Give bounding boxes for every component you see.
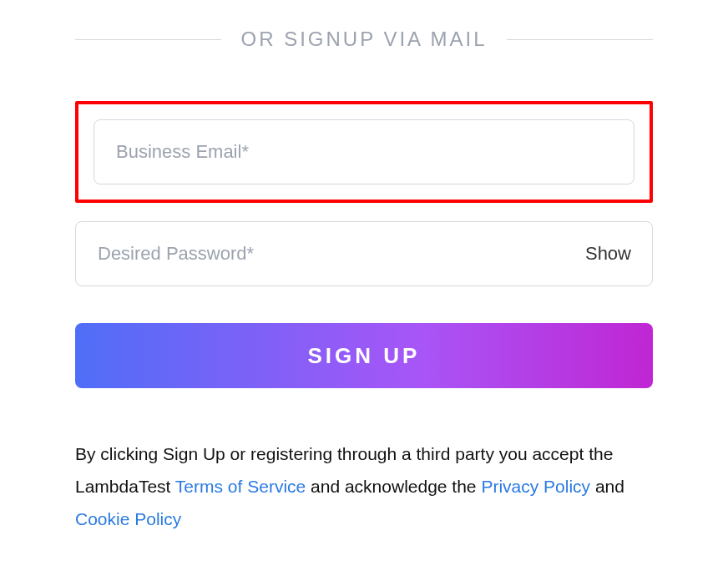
terms-of-service-link[interactable]: Terms of Service [175, 477, 306, 496]
divider-line-right [507, 39, 653, 40]
legal-text: By clicking Sign Up or registering throu… [75, 438, 653, 536]
divider-row: OR SIGNUP VIA MAIL [75, 28, 653, 51]
privacy-policy-link[interactable]: Privacy Policy [481, 477, 590, 496]
email-field-highlight [75, 101, 653, 203]
email-input[interactable] [94, 119, 634, 184]
legal-mid: and acknowledge the [306, 477, 481, 496]
cookie-policy-link[interactable]: Cookie Policy [75, 509, 181, 528]
password-field-wrapper: Show [75, 221, 653, 286]
legal-and: and [590, 477, 624, 496]
password-input[interactable] [75, 221, 653, 286]
email-field-wrapper [94, 119, 634, 184]
signup-button[interactable]: SIGN UP [75, 323, 653, 388]
password-show-toggle[interactable]: Show [585, 243, 631, 265]
divider-line-left [75, 39, 221, 40]
divider-text: OR SIGNUP VIA MAIL [241, 28, 488, 51]
